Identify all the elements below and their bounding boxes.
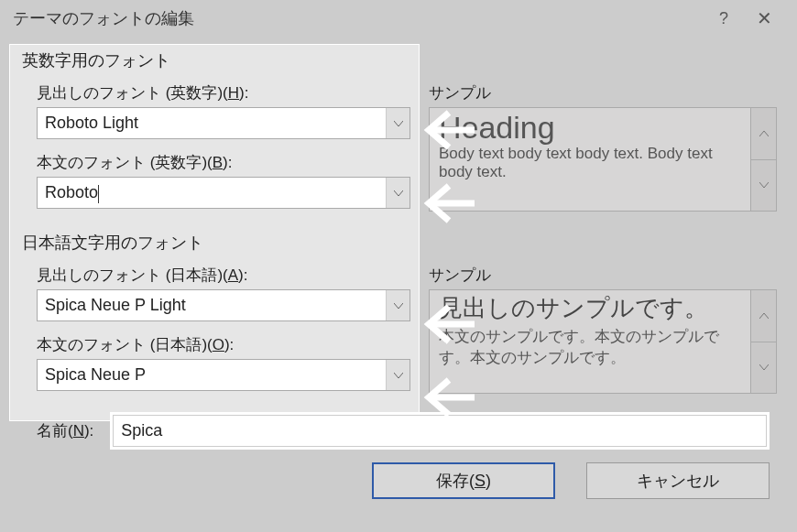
name-row: 名前(N): Spica <box>0 401 797 450</box>
chevron-down-icon <box>394 373 403 378</box>
jp-heading-label: 見出しのフォント (日本語)(A): <box>37 265 420 286</box>
japanese-fonts-section: 日本語文字用のフォント 見出しのフォント (日本語)(A): Spica Neu… <box>0 219 797 401</box>
dropdown-button[interactable] <box>386 108 409 138</box>
latin-sample-body: Body text body text body text. Body text… <box>439 145 741 181</box>
chevron-up-icon <box>759 313 769 319</box>
latin-sample-heading: Heading <box>439 112 741 143</box>
dropdown-button[interactable] <box>386 360 409 390</box>
arrow-annotation-icon <box>423 108 476 152</box>
latin-sample-label: サンプル <box>429 82 777 103</box>
jp-body-label: 本文のフォント (日本語)(O): <box>37 334 420 355</box>
jp-sample-body: 本文のサンプルです。本文のサンプルです。本文のサンプルです。 <box>439 326 741 368</box>
jp-sample-label: サンプル <box>429 265 777 286</box>
sample-spinner <box>750 290 776 393</box>
jp-sample-box: 見出しのサンプルです。 本文のサンプルです。本文のサンプルです。本文のサンプルで… <box>429 289 777 394</box>
latin-heading-font-input[interactable]: Roboto Light <box>38 108 386 138</box>
chevron-down-icon <box>759 182 769 188</box>
dialog-title: テーマのフォントの編集 <box>13 7 704 29</box>
name-input[interactable]: Spica <box>113 415 767 447</box>
spinner-down-button[interactable] <box>751 160 776 212</box>
titlebar: テーマのフォントの編集 ? ✕ <box>0 0 797 37</box>
jp-heading-font-combo[interactable]: Spica Neue P Light <box>37 289 410 321</box>
chevron-down-icon <box>759 364 769 370</box>
spinner-up-button[interactable] <box>751 108 776 160</box>
latin-heading-font-combo[interactable]: Roboto Light <box>37 107 410 139</box>
latin-section-title: 英数字用のフォント <box>0 37 797 77</box>
chevron-down-icon <box>394 303 403 309</box>
chevron-up-icon <box>759 131 769 136</box>
arrow-annotation-icon <box>423 181 476 225</box>
arrow-annotation-icon <box>423 375 476 419</box>
spinner-down-button[interactable] <box>751 342 776 394</box>
latin-body-label: 本文のフォント (英数字)(B): <box>37 152 420 173</box>
latin-heading-label: 見出しのフォント (英数字)(H): <box>37 82 420 103</box>
dropdown-button[interactable] <box>386 178 409 208</box>
jp-section-title: 日本語文字用のフォント <box>0 219 797 259</box>
chevron-down-icon <box>394 190 403 196</box>
sample-spinner <box>750 108 776 211</box>
jp-sample-heading: 見出しのサンプルです。 <box>439 294 741 322</box>
latin-body-font-combo[interactable]: Roboto <box>37 177 410 209</box>
latin-sample-box: Heading Body text body text body text. B… <box>429 107 777 212</box>
button-row: 保存(S) キャンセル <box>0 450 797 499</box>
cancel-button[interactable]: キャンセル <box>586 462 770 499</box>
chevron-down-icon <box>394 121 403 126</box>
latin-fonts-section: 英数字用のフォント 見出しのフォント (英数字)(H): Roboto Ligh… <box>0 37 797 219</box>
arrow-annotation-icon <box>423 302 476 346</box>
spinner-up-button[interactable] <box>751 290 776 342</box>
jp-heading-font-input[interactable]: Spica Neue P Light <box>38 290 386 320</box>
jp-body-font-input[interactable]: Spica Neue P <box>38 360 386 390</box>
jp-body-font-combo[interactable]: Spica Neue P <box>37 359 410 391</box>
name-label: 名前(N): <box>37 420 93 441</box>
close-button[interactable]: ✕ <box>744 7 784 29</box>
save-button[interactable]: 保存(S) <box>372 462 555 499</box>
latin-body-font-input[interactable]: Roboto <box>38 178 386 208</box>
help-button[interactable]: ? <box>704 9 744 28</box>
dropdown-button[interactable] <box>386 290 409 320</box>
